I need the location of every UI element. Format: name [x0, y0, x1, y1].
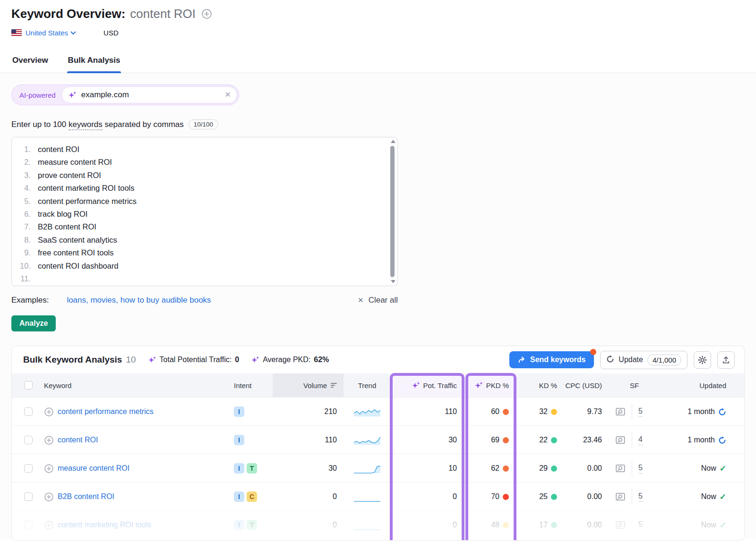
page-title-keyword: content ROI — [130, 7, 196, 21]
refresh-icon[interactable] — [718, 436, 726, 444]
keyword-link[interactable]: content marketing ROI tools — [58, 521, 151, 529]
col-sf[interactable]: SF — [609, 373, 661, 397]
updated-cell: 1 month — [661, 426, 744, 454]
keyword-list-item[interactable]: 8.SaaS content analytics — [12, 234, 386, 246]
update-button[interactable]: Update 4/1,000 — [600, 351, 687, 369]
scroll-down-arrow[interactable] — [391, 280, 395, 283]
sf-link[interactable]: 5 — [638, 520, 643, 530]
cpc-value: 23.46 — [564, 426, 609, 454]
list-keyword-text: content performance metrics — [38, 195, 137, 208]
add-keyword-icon[interactable] — [201, 8, 212, 19]
add-to-list-icon[interactable] — [44, 520, 54, 530]
col-pot-traffic[interactable]: Pot. Traffic — [391, 373, 466, 397]
examples-link[interactable]: loans, movies, how to buy audible books — [67, 296, 211, 305]
pkd-dot — [503, 522, 509, 528]
clear-all-button[interactable]: ✕ Clear all — [358, 296, 398, 305]
check-icon: ✓ — [720, 520, 726, 530]
keyword-list-item[interactable]: 2.measure content ROI — [12, 156, 386, 169]
textarea-scrollbar[interactable] — [389, 139, 396, 284]
col-updated[interactable]: Updated — [661, 373, 744, 397]
keyword-link[interactable]: measure content ROI — [58, 464, 129, 473]
trend-sparkline — [344, 454, 391, 483]
row-checkbox[interactable] — [24, 492, 33, 501]
keyword-list-item[interactable]: 4.content marketing ROI tools — [12, 182, 386, 195]
country-selector[interactable]: United States — [26, 29, 76, 37]
add-to-list-icon[interactable] — [44, 464, 54, 474]
serp-features-icon[interactable] — [615, 491, 626, 502]
col-keyword[interactable]: Keyword — [36, 373, 221, 397]
col-trend[interactable]: Trend — [344, 373, 391, 397]
list-number: 2. — [12, 156, 31, 169]
keyword-link[interactable]: content ROI — [58, 436, 98, 444]
tab-overview[interactable]: Overview — [11, 53, 49, 73]
serp-features-icon[interactable] — [615, 406, 626, 417]
keyword-list-item[interactable]: 3.prove content ROI — [12, 169, 386, 182]
ai-sparkle-icon — [148, 356, 156, 364]
row-checkbox[interactable] — [24, 407, 33, 416]
keyword-link[interactable]: content performance metrics — [58, 407, 154, 416]
keyword-list-item[interactable]: 10.content ROI dashboard — [12, 260, 386, 272]
keywords-textarea[interactable]: 1.content ROI2.measure content ROI3.prov… — [11, 137, 398, 286]
keyword-list-item[interactable]: 9.free content ROI tools — [12, 246, 386, 259]
col-cpc[interactable]: CPC (USD) — [564, 373, 609, 397]
analyze-button[interactable]: Analyze — [11, 315, 56, 331]
keyword-list-item[interactable]: 7.B2B content ROI — [12, 220, 386, 233]
serp-features-icon[interactable] — [615, 520, 626, 530]
serp-features-icon[interactable] — [615, 463, 626, 474]
row-checkbox[interactable] — [24, 464, 33, 473]
pkd-value: 60 — [466, 398, 516, 426]
row-checkbox[interactable] — [24, 436, 33, 444]
sf-link[interactable]: 5 — [638, 407, 643, 417]
refresh-icon — [606, 355, 614, 365]
add-to-list-icon[interactable] — [44, 435, 54, 445]
select-all-checkbox[interactable] — [24, 381, 33, 390]
col-pkd[interactable]: PKD % — [466, 373, 516, 397]
scrollbar-thumb[interactable] — [390, 146, 395, 277]
keyword-list-item[interactable]: 5.content performance metrics — [12, 195, 386, 208]
cpc-value: 0.00 — [564, 511, 609, 539]
table-row: content marketing ROI tools IT 0 0 48 17… — [12, 510, 744, 539]
update-quota-badge: 4/1,000 — [647, 355, 681, 365]
serp-features-icon[interactable] — [615, 435, 626, 445]
col-volume[interactable]: Volume — [273, 373, 344, 397]
kd-dot — [551, 466, 557, 472]
trend-sparkline — [344, 483, 391, 511]
keywords-term[interactable]: keywords — [69, 120, 103, 130]
scroll-up-arrow[interactable] — [391, 140, 395, 143]
pkd-value: 62 — [466, 454, 516, 483]
col-intent[interactable]: Intent — [221, 373, 273, 397]
divider — [632, 517, 632, 533]
domain-input[interactable]: example.com ✕ — [61, 86, 237, 103]
currency-label: USD — [103, 29, 119, 37]
clear-domain-icon[interactable]: ✕ — [224, 91, 231, 99]
kd-value: 17 — [516, 511, 564, 539]
keyword-list-item[interactable]: 1.content ROI — [12, 143, 386, 156]
keyword-link[interactable]: B2B content ROI — [58, 492, 114, 501]
us-flag-icon — [11, 29, 22, 36]
updated-cell: Now ✓ — [661, 511, 744, 539]
sf-link[interactable]: 4 — [638, 435, 643, 445]
intent-badge-i: I — [234, 491, 244, 502]
refresh-icon[interactable] — [718, 408, 726, 416]
average-pkd-stat: Average PKD: 62% — [251, 356, 329, 364]
keyword-list-item[interactable]: 11. — [12, 272, 386, 285]
row-checkbox[interactable] — [24, 521, 33, 529]
export-button[interactable] — [717, 351, 735, 369]
ai-sparkle-icon — [69, 91, 77, 99]
add-to-list-icon[interactable] — [44, 492, 54, 502]
list-keyword-text: SaaS content analytics — [38, 234, 117, 246]
tab-bulk-analysis[interactable]: Bulk Analysis — [67, 53, 121, 73]
country-label: United States — [26, 29, 68, 37]
col-kd[interactable]: KD % — [516, 373, 564, 397]
settings-button[interactable] — [694, 351, 711, 369]
list-number: 9. — [12, 246, 31, 259]
send-keywords-button[interactable]: Send keywords — [509, 351, 594, 368]
pot-traffic-value: 0 — [391, 483, 466, 511]
cpc-value: 0.00 — [564, 454, 609, 483]
add-to-list-icon[interactable] — [44, 407, 54, 417]
intent-cell: IC — [221, 483, 273, 511]
keyword-list-item[interactable]: 6.track blog ROI — [12, 208, 386, 220]
sf-link[interactable]: 5 — [638, 464, 643, 474]
sf-link[interactable]: 5 — [638, 492, 643, 502]
ai-sparkle-icon — [475, 381, 483, 390]
